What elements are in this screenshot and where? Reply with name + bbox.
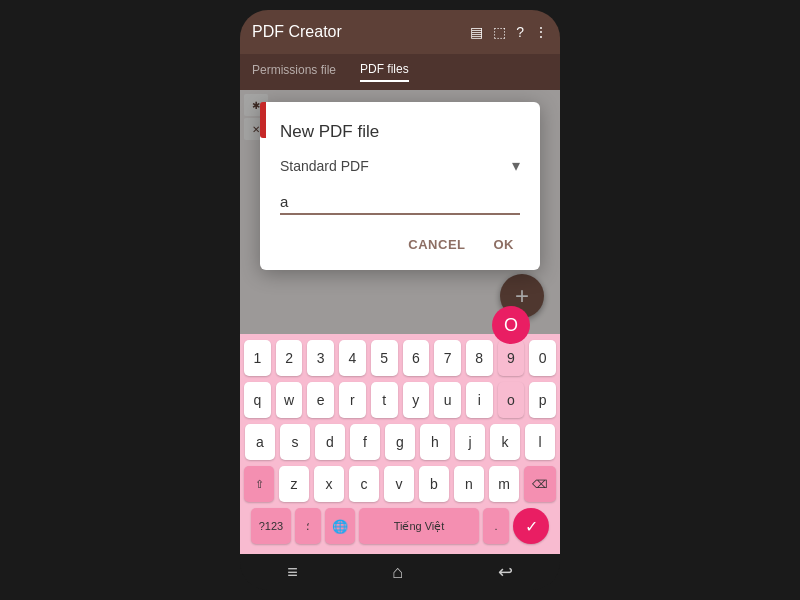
key-globe[interactable]: 🌐 [325,508,355,544]
nav-bar: ≡ ⌂ ↩ [240,554,560,590]
key-p[interactable]: p [529,382,556,418]
app-bar-icons: ▤ ⬚ ? ⋮ [470,24,548,40]
filename-input[interactable] [280,193,520,210]
key-6[interactable]: 6 [403,340,430,376]
dialog-red-accent [260,102,266,138]
key-t[interactable]: t [371,382,398,418]
dropdown-arrow-icon: ▾ [512,156,520,175]
key-m[interactable]: m [489,466,519,502]
key-o[interactable]: o [498,382,525,418]
monitor-icon[interactable]: ⬚ [493,24,506,40]
key-x[interactable]: x [314,466,344,502]
tab-pdf-files[interactable]: PDF files [360,62,409,82]
new-pdf-dialog: New PDF file Standard PDF ▾ CANCEL OK [260,102,540,270]
phone-frame: PDF Creator ▤ ⬚ ? ⋮ Permissions file PDF… [240,10,560,590]
key-a[interactable]: a [245,424,275,460]
key-period[interactable]: . [483,508,509,544]
nav-menu-icon[interactable]: ≡ [287,562,298,583]
key-space[interactable]: Tiếng Việt [359,508,479,544]
key-s[interactable]: s [280,424,310,460]
key-semicolon[interactable]: ؛ [295,508,321,544]
key-delete[interactable]: ⌫ [524,466,556,502]
key-7[interactable]: 7 [434,340,461,376]
key-9[interactable]: 9 O [498,340,525,376]
key-enter[interactable]: ✓ [513,508,549,544]
more-icon[interactable]: ⋮ [534,24,548,40]
key-4[interactable]: 4 [339,340,366,376]
key-w[interactable]: w [276,382,303,418]
key-v[interactable]: v [384,466,414,502]
key-j[interactable]: j [455,424,485,460]
filename-input-wrapper [280,193,520,215]
dialog-actions: CANCEL OK [280,233,520,256]
key-d[interactable]: d [315,424,345,460]
key-g[interactable]: g [385,424,415,460]
main-content: ✱ ✕ H 3 + New PDF file Standard PDF ▾ CA… [240,90,560,334]
keyboard-row-qwerty: q w e r t y u i o p [244,382,556,418]
help-icon[interactable]: ? [516,24,524,40]
pdf-type-dropdown[interactable]: Standard PDF ▾ [280,156,520,179]
key-2[interactable]: 2 [276,340,303,376]
key-y[interactable]: y [403,382,430,418]
key-5[interactable]: 5 [371,340,398,376]
key-b[interactable]: b [419,466,449,502]
keyboard: 1 2 3 4 5 6 7 8 9 O 0 q w e r t y u i o … [240,334,560,554]
key-n[interactable]: n [454,466,484,502]
key-c[interactable]: c [349,466,379,502]
tab-permissions[interactable]: Permissions file [252,63,336,81]
key-i[interactable]: i [466,382,493,418]
ok-button[interactable]: OK [488,233,521,256]
dialog-title: New PDF file [280,122,520,142]
key-3[interactable]: 3 [307,340,334,376]
key-z[interactable]: z [279,466,309,502]
cancel-button[interactable]: CANCEL [402,233,471,256]
nav-home-icon[interactable]: ⌂ [392,562,403,583]
key-f[interactable]: f [350,424,380,460]
key-1[interactable]: 1 [244,340,271,376]
pdf-type-label: Standard PDF [280,158,369,174]
key-k[interactable]: k [490,424,520,460]
key-q[interactable]: q [244,382,271,418]
key-h[interactable]: h [420,424,450,460]
app-bar-title: PDF Creator [252,23,342,41]
key-8[interactable]: 8 [466,340,493,376]
key-numeric[interactable]: ?123 [251,508,291,544]
keyboard-row-bottom: ?123 ؛ 🌐 Tiếng Việt . ✓ [244,508,556,544]
app-bar: PDF Creator ▤ ⬚ ? ⋮ [240,10,560,54]
key-e[interactable]: e [307,382,334,418]
key-popup-o: O [492,306,530,344]
key-shift[interactable]: ⇧ [244,466,274,502]
keyboard-row-asdf: a s d f g h j k l [244,424,556,460]
nav-back-icon[interactable]: ↩ [498,561,513,583]
key-0[interactable]: 0 [529,340,556,376]
image-icon[interactable]: ▤ [470,24,483,40]
key-l[interactable]: l [525,424,555,460]
keyboard-row-numbers: 1 2 3 4 5 6 7 8 9 O 0 [244,340,556,376]
key-r[interactable]: r [339,382,366,418]
tab-bar: Permissions file PDF files [240,54,560,90]
keyboard-row-zxcv: ⇧ z x c v b n m ⌫ [244,466,556,502]
key-u[interactable]: u [434,382,461,418]
